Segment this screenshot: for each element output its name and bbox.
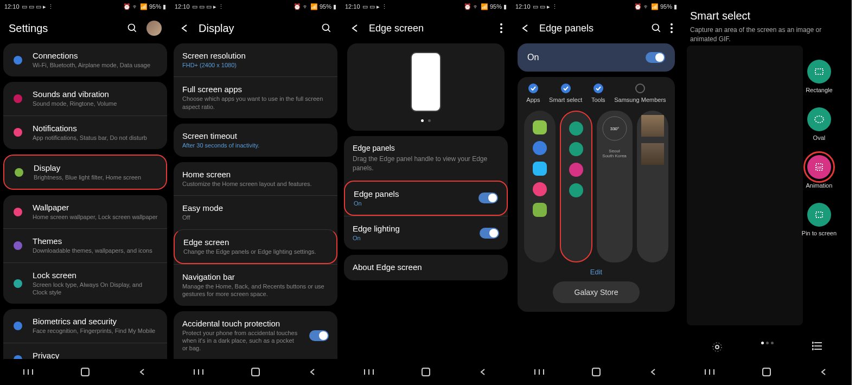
settings-row-wallpaper[interactable]: WallpaperHome screen wallpaper, Lock scr… (3, 195, 167, 228)
home-button[interactable] (419, 365, 432, 378)
row-icon (12, 126, 24, 138)
panel-members[interactable] (637, 111, 668, 262)
home-button[interactable] (79, 365, 92, 378)
edge-screen: 12:10▭ ▭ ▸ ⋮ ⏰ ᯤ 📶95%▮ Edge screen Edge … (341, 0, 511, 385)
panel-tab-samsung-members[interactable]: Samsung Members (614, 84, 666, 103)
toggle[interactable] (309, 330, 329, 341)
gear-icon[interactable] (712, 342, 723, 352)
page-title: Smart select (690, 10, 843, 22)
settings-screen: 12:10▭ ▭ ▭ ▸ ⋮ ⏰ ᯤ 📶95%▮ Settings Connec… (0, 0, 170, 385)
display-row-easy-mode[interactable]: Easy modeOff (174, 195, 337, 229)
page-title: Display (199, 22, 312, 35)
svg-rect-22 (252, 368, 259, 376)
settings-row-notifications[interactable]: NotificationsApp notifications, Status b… (3, 116, 167, 149)
panel-tab-tools[interactable]: Tools (591, 84, 605, 103)
panel-tools[interactable]: 330° SeoulSouth Korea (597, 111, 633, 262)
back-button[interactable] (476, 365, 489, 378)
galaxy-store-button[interactable]: Galaxy Store (553, 281, 640, 303)
settings-row-sounds-and-vibration[interactable]: Sounds and vibrationSound mode, Ringtone… (3, 82, 167, 115)
svg-point-8 (14, 279, 22, 288)
shape-oval[interactable]: Oval (807, 107, 831, 141)
nav-bar (0, 359, 170, 385)
shape-animation[interactable]: GIFAnimation (806, 155, 832, 189)
svg-point-32 (671, 23, 673, 25)
svg-rect-40 (592, 368, 600, 376)
edge-panels-screen: 12:10▭ ▭ ▸ ⋮ ⏰ ᯤ 📶95%▮ Edge panels On Ap… (511, 0, 681, 385)
toggle[interactable] (480, 228, 499, 239)
recents-button[interactable] (533, 365, 546, 378)
shape-pin-to-screen[interactable]: Pin to screen (802, 203, 837, 236)
more-icon[interactable] (500, 23, 502, 33)
compass-icon: 330° (601, 115, 628, 142)
toggle[interactable] (478, 193, 498, 203)
back-icon[interactable] (520, 23, 531, 34)
recents-button[interactable] (192, 365, 205, 378)
svg-point-52 (812, 345, 813, 347)
settings-row-lock-screen[interactable]: Lock screenScreen lock type, Always On D… (3, 262, 167, 304)
display-row-home-screen[interactable]: Home screenCustomize the Home screen lay… (174, 162, 337, 195)
home-button[interactable] (760, 365, 773, 378)
list-icon[interactable] (812, 342, 822, 350)
back-button[interactable] (136, 365, 149, 378)
display-row-accidental-touch-protection[interactable]: Accidental touch protectionProtect your … (174, 311, 337, 359)
svg-point-6 (14, 208, 22, 216)
avatar[interactable] (146, 21, 162, 36)
thumbnail (641, 143, 664, 165)
mini-phone-icon (411, 52, 441, 112)
shape-icon (807, 203, 831, 227)
display-row-edge-screen[interactable]: Edge screenChange the Edge panels or Edg… (174, 229, 337, 264)
search-icon[interactable] (651, 23, 662, 34)
nav-bar (341, 359, 511, 385)
panel-tab-smart-select[interactable]: Smart select (549, 84, 582, 103)
check-icon (528, 84, 538, 93)
settings-row-privacy[interactable]: PrivacyPermission manager (3, 343, 167, 359)
animation-icon (569, 163, 583, 177)
more-icon[interactable] (671, 23, 673, 33)
edge-panels-desc: Edge panels Drag the Edge panel handle t… (344, 136, 508, 181)
on-toggle-card[interactable]: On (518, 43, 675, 72)
back-icon[interactable] (349, 23, 360, 34)
svg-point-33 (671, 27, 673, 29)
settings-row-biometrics-and-security[interactable]: Biometrics and securityFace recognition,… (3, 309, 167, 342)
edge-row-edge-lighting[interactable]: Edge lightingOn (344, 216, 508, 249)
display-row-screen-timeout[interactable]: Screen timeoutAfter 30 seconds of inacti… (174, 124, 337, 157)
shape-rectangle[interactable]: Rectangle (806, 60, 833, 93)
search-icon[interactable] (321, 23, 332, 34)
panel-smart-select[interactable] (560, 111, 592, 262)
back-button[interactable] (306, 365, 319, 378)
check-icon (561, 84, 571, 93)
recents-button[interactable] (22, 365, 35, 378)
back-button[interactable] (817, 365, 830, 378)
back-icon[interactable] (179, 23, 190, 34)
about-edge-screen[interactable]: About Edge screen (344, 255, 508, 280)
edge-row-edge-panels[interactable]: Edge panelsOn (344, 181, 508, 216)
app-icon (533, 162, 547, 176)
panel-tab-apps[interactable]: Apps (526, 84, 540, 103)
svg-rect-16 (81, 368, 89, 376)
status-bar: 12:10▭ ▭ ▸ ⋮ ⏰ ᯤ 📶95%▮ (341, 0, 511, 13)
display-row-full-screen-apps[interactable]: Full screen appsChoose which apps you wa… (174, 76, 337, 118)
home-button[interactable] (249, 365, 262, 378)
home-button[interactable] (590, 365, 603, 378)
panel-apps[interactable] (524, 111, 556, 262)
on-toggle[interactable] (646, 52, 665, 63)
edit-link[interactable]: Edit (522, 268, 671, 276)
svg-point-10 (14, 355, 22, 359)
check-icon (635, 84, 645, 93)
recents-button[interactable] (703, 365, 716, 378)
search-icon[interactable] (127, 23, 138, 34)
recents-button[interactable] (362, 365, 375, 378)
svg-point-53 (812, 349, 813, 350)
nav-bar (170, 359, 341, 385)
status-bar: 12:10▭ ▭ ▸ ⋮ ⏰ ᯤ 📶95%▮ (511, 0, 681, 13)
back-button[interactable] (647, 365, 660, 378)
settings-row-display[interactable]: DisplayBrightness, Blue light filter, Ho… (3, 155, 167, 190)
settings-row-themes[interactable]: ThemesDownloadable themes, wallpapers, a… (3, 228, 167, 262)
dim-overlay (687, 46, 803, 325)
svg-point-5 (15, 168, 23, 177)
svg-line-31 (658, 30, 660, 32)
display-row-navigation-bar[interactable]: Navigation barManage the Home, Back, and… (174, 264, 337, 306)
row-icon (12, 320, 24, 332)
settings-row-connections[interactable]: ConnectionsWi-Fi, Bluetooth, Airplane mo… (3, 43, 167, 76)
display-row-screen-resolution[interactable]: Screen resolutionFHD+ (2400 x 1080) (174, 43, 337, 76)
